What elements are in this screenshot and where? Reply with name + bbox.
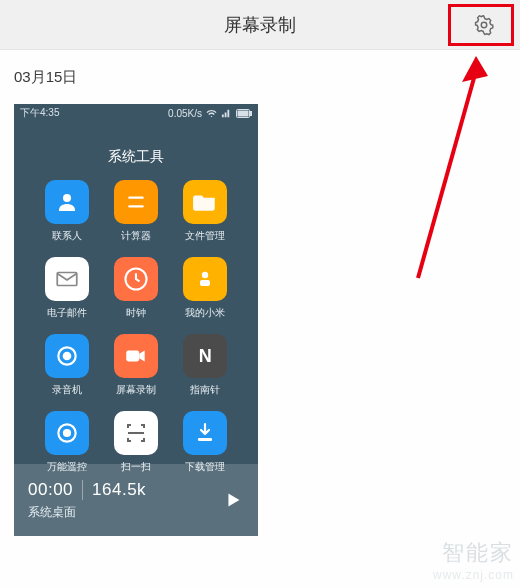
svg-rect-13 [126,351,139,362]
svg-rect-10 [200,280,210,286]
svg-point-12 [63,353,70,360]
app-cam[interactable]: 屏幕录制 [105,334,166,397]
recording-duration: 00:00 [28,480,73,500]
app-rec[interactable]: 录音机 [36,334,97,397]
app-contacts[interactable]: 联系人 [36,180,97,243]
watermark-url: www.znj.com [433,568,514,582]
svg-point-15 [64,430,70,436]
app-calc[interactable]: 计算器 [105,180,166,243]
download-icon [183,411,227,455]
app-label: 计算器 [121,229,151,243]
clock-icon [114,257,158,301]
recording-info-bar: 00:00 164.5k 系统桌面 [14,464,258,536]
calc-icon [114,180,158,224]
app-label: 录音机 [52,383,82,397]
app-header: 屏幕录制 [0,0,520,50]
svg-rect-17 [198,438,212,441]
app-label: 联系人 [52,229,82,243]
status-net-speed: 0.05K/s [168,108,202,119]
svg-rect-2 [250,111,252,115]
play-icon[interactable] [222,489,244,511]
n-icon: N [183,334,227,378]
status-time: 下午4:35 [20,106,59,120]
app-label: 我的小米 [185,306,225,320]
app-grid: 联系人计算器文件管理电子邮件时钟我的小米录音机屏幕录制N指南针万能遥控扫一扫下载… [14,180,258,474]
svg-point-0 [481,22,487,28]
recording-size: 164.5k [92,480,146,500]
svg-point-4 [63,194,71,202]
contacts-icon [45,180,89,224]
app-label: 电子邮件 [47,306,87,320]
rec-icon [45,334,89,378]
gear-icon [473,14,495,36]
divider [82,480,83,500]
svg-rect-7 [57,273,77,286]
app-label: 屏幕录制 [116,383,156,397]
app-label: 指南针 [190,383,220,397]
folder-title: 系统工具 [14,148,258,166]
header-title: 屏幕录制 [224,13,296,37]
mi-icon [183,257,227,301]
app-n[interactable]: N指南针 [175,334,236,397]
app-folder[interactable]: 文件管理 [175,180,236,243]
svg-line-18 [418,78,474,278]
watermark-brand: 智能家 [433,538,514,568]
app-label: 文件管理 [185,229,225,243]
folder-icon [183,180,227,224]
scan-icon [114,411,158,455]
settings-button[interactable] [472,13,496,37]
svg-rect-3 [238,111,248,116]
watermark: 智能家 www.znj.com [433,538,514,582]
remote-icon [45,411,89,455]
battery-icon [236,109,252,118]
cam-icon [114,334,158,378]
recording-source: 系统桌面 [28,504,146,521]
app-label: 时钟 [126,306,146,320]
phone-status-bar: 下午4:35 0.05K/s [14,104,258,122]
app-mail[interactable]: 电子邮件 [36,257,97,320]
signal-icon [221,108,232,119]
mail-icon [45,257,89,301]
svg-point-9 [202,272,208,278]
app-clock[interactable]: 时钟 [105,257,166,320]
app-mi[interactable]: 我的小米 [175,257,236,320]
date-label: 03月15日 [0,50,520,99]
wifi-icon [206,108,217,119]
recording-thumbnail[interactable]: 下午4:35 0.05K/s 系统工具 联系人计算器文件管理电子邮件时钟我的小米… [14,104,258,536]
